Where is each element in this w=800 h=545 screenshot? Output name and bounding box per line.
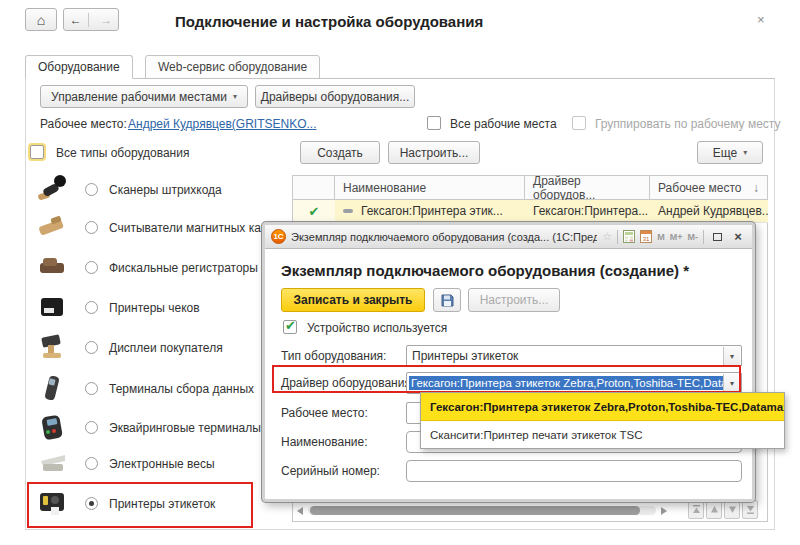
sidebar-item-electronic-scales[interactable]: Электронные весы [27, 445, 277, 483]
scroll-up-button[interactable] [706, 500, 722, 519]
memory-plus-button[interactable]: M+ [670, 232, 683, 242]
scroll-top-button[interactable] [688, 500, 704, 519]
sidebar-item-data-terminals[interactable]: Терминалы сбора данных [27, 370, 277, 408]
forward-button[interactable]: → [95, 13, 119, 27]
horizontal-scrollbar[interactable] [308, 506, 656, 515]
radio-button[interactable] [85, 301, 98, 314]
button-label: Драйверы оборудования... [261, 90, 410, 104]
cell-text: Гексагон:Принтера этик... [361, 204, 503, 218]
magnetic-card-reader-icon [35, 211, 71, 243]
more-button[interactable]: Еще ▾ [697, 141, 763, 164]
home-button[interactable]: ⌂ [25, 8, 57, 31]
scroll-right-arrow[interactable] [661, 507, 667, 515]
back-button[interactable]: ← [64, 13, 89, 27]
acquiring-terminal-icon [35, 411, 71, 443]
dialog-maximize-button[interactable] [709, 229, 725, 244]
label-printers-highlight-box [27, 482, 253, 528]
favorite-star-icon[interactable]: ☆ [602, 230, 612, 243]
group-by-workplace-label: Группировать по рабочему месту [595, 117, 780, 131]
table-header-name[interactable]: Наименование [335, 175, 525, 200]
sidebar-item-customer-displays[interactable]: Дисплеи покупателя [27, 329, 277, 367]
go-top-icon [692, 505, 701, 514]
radio-button[interactable] [85, 261, 98, 274]
driver-field-highlight-box [272, 365, 741, 393]
history-nav-group: ← → [63, 8, 119, 31]
column-label: Драйвер оборудов... [533, 174, 641, 202]
data-collection-terminal-icon [35, 372, 71, 404]
table-header-status[interactable] [292, 175, 335, 200]
workplace-management-button[interactable]: Управление рабочими местами ▾ [40, 85, 248, 108]
save-and-close-button[interactable]: Записать и закрыть [281, 288, 425, 312]
sidebar-item-receipt-printers[interactable]: Принтеры чеков [27, 289, 277, 327]
radio-button[interactable] [85, 382, 98, 395]
scroll-down-button[interactable] [724, 500, 740, 519]
calendar-icon[interactable]: 31 [640, 230, 652, 243]
device-used-label: Устройство используется [307, 321, 447, 335]
equipment-type-label: Тип оборудования: [281, 349, 386, 363]
window-close-button[interactable]: × [757, 12, 765, 27]
scroll-left-arrow[interactable] [297, 507, 303, 515]
save-button[interactable] [433, 288, 461, 312]
memory-button[interactable]: M [657, 232, 665, 242]
radio-button[interactable] [85, 457, 98, 470]
table-row-name-cell[interactable]: Гексагон:Принтера этик... [335, 200, 525, 223]
sidebar-item-card-readers[interactable]: Считыватели магнитных карт [27, 209, 277, 247]
sidebar-item-acquiring-terminals[interactable]: Эквайринговые терминалы [27, 409, 277, 447]
tab-equipment[interactable]: Оборудование [25, 55, 133, 79]
option-label: Гексагон:Принтера этикеток Zebra,Proton,… [430, 401, 784, 413]
dropdown-option-scancity[interactable]: Скансити:Принтер печати этикеток TSC [421, 421, 784, 449]
table-row-workplace-cell[interactable]: Андрей Кудрявцев... [650, 200, 768, 223]
serial-number-field[interactable] [406, 460, 742, 482]
close-icon: × [734, 229, 742, 244]
all-equipment-types-checkbox[interactable] [30, 145, 44, 159]
dialog-close-button[interactable]: × [730, 229, 746, 244]
horizontal-scrollbar-thumb[interactable] [310, 506, 640, 515]
close-icon: × [757, 12, 765, 27]
sidebar-item-fiscal-registers[interactable]: Фискальные регистраторы [27, 249, 277, 287]
dialog-titlebar[interactable]: 1С Экземпляр подключаемого оборудования … [265, 225, 752, 249]
sidebar-item-label: Считыватели магнитных карт [109, 221, 273, 235]
radio-button[interactable] [85, 341, 98, 354]
dialog-heading: Экземпляр подключаемого оборудования (со… [281, 262, 689, 279]
scroll-bottom-button[interactable] [742, 500, 758, 519]
configure-button[interactable]: Настроить... [388, 141, 480, 164]
radio-button[interactable] [85, 183, 98, 196]
workplace-link[interactable]: Андрей Кудрявцев(GRITSENKO... [128, 117, 316, 131]
button-label: Управление рабочими местами [51, 90, 227, 104]
all-workplaces-checkbox[interactable] [427, 116, 441, 130]
table-header-driver[interactable]: Драйвер оборудов... [525, 175, 650, 200]
equipment-type-field[interactable]: Принтеры этикеток ▾ [406, 345, 742, 367]
device-used-checkbox[interactable]: ✔ [283, 320, 297, 334]
button-label: Настроить... [400, 146, 469, 160]
home-icon: ⌂ [37, 12, 45, 28]
column-label: Наименование [343, 181, 426, 195]
forward-icon: → [100, 13, 112, 27]
sidebar-item-barcode-scanners[interactable]: Сканеры штрихкода [27, 171, 277, 209]
dropdown-button[interactable]: ▾ [723, 347, 740, 365]
svg-text:31: 31 [643, 236, 650, 242]
sidebar-item-label: Дисплеи покупателя [109, 341, 223, 355]
maximize-icon [713, 233, 722, 241]
radio-button[interactable] [85, 421, 98, 434]
workplace-label: Рабочее место: [40, 117, 127, 131]
back-icon: ← [70, 13, 82, 27]
checkmark-icon: ✔ [285, 318, 296, 333]
calculator-icon[interactable] [623, 230, 635, 243]
equipment-drivers-button[interactable]: Драйверы оборудования... [255, 85, 415, 108]
page-title: Подключение и настройка оборудования [175, 13, 483, 30]
group-by-workplace-checkbox[interactable] [572, 116, 586, 130]
memory-minus-button[interactable]: M- [688, 232, 699, 242]
floppy-save-icon [441, 294, 454, 307]
cell-text: Андрей Кудрявцев... [658, 204, 768, 218]
cell-text: Гексагон:Принтера... [533, 204, 648, 218]
table-row-status-cell[interactable]: ✔ [293, 200, 335, 223]
radio-button[interactable] [85, 221, 98, 234]
chevron-down-icon: ▾ [743, 148, 747, 157]
create-button[interactable]: Создать [300, 141, 380, 164]
tab-web-service[interactable]: Web-сервис оборудование [145, 55, 320, 79]
table-row-driver-cell[interactable]: Гексагон:Принтера... [525, 200, 650, 223]
table-header-workplace[interactable]: Рабочее место ↓ [650, 175, 768, 200]
fiscal-register-icon [35, 251, 71, 283]
dialog-configure-button[interactable]: Настроить... [468, 288, 560, 312]
dropdown-option-hexagon[interactable]: Гексагон:Принтера этикеток Zebra,Proton,… [421, 393, 784, 421]
